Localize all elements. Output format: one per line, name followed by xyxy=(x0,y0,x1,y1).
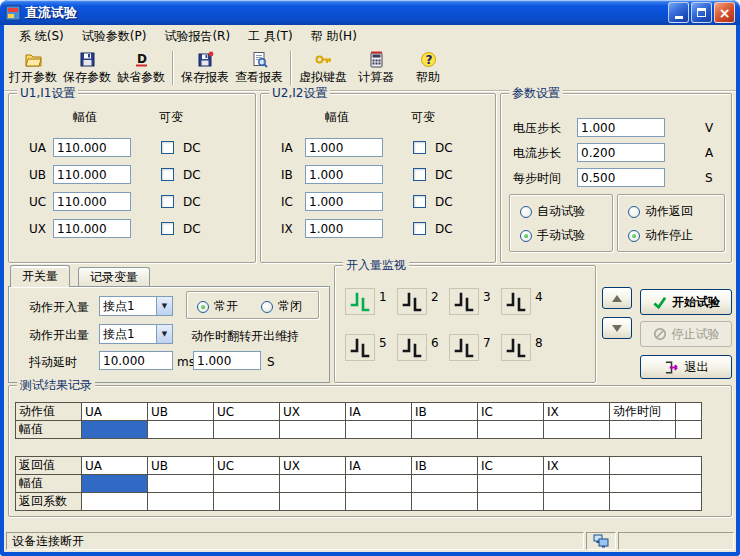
minimize-button[interactable] xyxy=(668,2,689,23)
value-cell[interactable] xyxy=(148,475,214,493)
toolbar-virtual-keyboard[interactable]: 虚拟键盘 xyxy=(296,49,350,87)
radio-auto-test[interactable]: 自动试验 xyxy=(520,203,585,220)
value-cell[interactable] xyxy=(346,493,412,511)
ic-variable-checkbox[interactable] xyxy=(413,195,426,208)
hold-time-input[interactable] xyxy=(193,351,261,370)
menu-test-report[interactable]: 试验报告(R) xyxy=(155,25,239,48)
test-results-group: 测试结果记录 动作值 UA UB UC UX IA IB IC IX 动作时间 xyxy=(8,385,732,517)
col-header: IA xyxy=(346,457,412,475)
value-cell[interactable] xyxy=(280,493,346,511)
menu-tools[interactable]: 工 具(T) xyxy=(239,25,302,48)
stop-icon xyxy=(653,327,667,341)
value-cell[interactable] xyxy=(214,493,280,511)
action-output-label: 动作开出量 xyxy=(29,328,89,342)
value-cell[interactable] xyxy=(148,421,214,439)
uc-amplitude-input[interactable] xyxy=(53,192,131,211)
minimize-icon xyxy=(675,16,683,19)
tab-switch-quantity[interactable]: 开关量 xyxy=(10,265,70,287)
toolbar-calculator[interactable]: 计算器 xyxy=(350,49,402,87)
value-cell[interactable] xyxy=(544,421,610,439)
switch-tab-control: 开关量 记录变量 动作开入量 接点1 ▼ 常开 常闭 xyxy=(8,265,330,383)
group-title: 开入量监视 xyxy=(343,258,409,272)
ux-variable-checkbox[interactable] xyxy=(161,222,174,235)
jitter-delay-input[interactable] xyxy=(99,351,173,370)
chevron-down-icon[interactable]: ▼ xyxy=(156,325,172,343)
col-header: UC xyxy=(214,403,280,421)
ia-amplitude-input[interactable] xyxy=(305,138,383,157)
toolbar-separator xyxy=(172,51,174,85)
value-cell[interactable] xyxy=(346,475,412,493)
value-cell[interactable] xyxy=(346,421,412,439)
action-output-select[interactable]: 接点1 ▼ xyxy=(99,324,173,344)
current-step-label: 电流步长 xyxy=(513,146,561,160)
value-cell[interactable] xyxy=(214,475,280,493)
toolbar-view-report[interactable]: 查看报表 xyxy=(232,49,286,87)
ix-amplitude-input[interactable] xyxy=(305,219,383,238)
toolbar-help[interactable]: ? 帮助 xyxy=(402,49,454,87)
ia-variable-checkbox[interactable] xyxy=(413,141,426,154)
tab-record-variables[interactable]: 记录变量 xyxy=(78,267,150,287)
toolbar-default-params[interactable]: D 缺省参数 xyxy=(114,49,168,87)
value-cell[interactable] xyxy=(478,421,544,439)
radio-normally-open[interactable]: 常开 xyxy=(197,298,238,315)
selected-cell[interactable] xyxy=(82,475,148,493)
maximize-button[interactable] xyxy=(691,2,712,23)
ub-variable-checkbox[interactable] xyxy=(161,168,174,181)
relay-contact-icon xyxy=(506,292,526,312)
scroll-down-button[interactable] xyxy=(602,317,632,339)
radio-manual-test[interactable]: 手动试验 xyxy=(520,227,585,244)
menu-help[interactable]: 帮 助(H) xyxy=(302,25,366,48)
ix-variable-checkbox[interactable] xyxy=(413,222,426,235)
ib-amplitude-input[interactable] xyxy=(305,165,383,184)
radio-action-stop[interactable]: 动作停止 xyxy=(628,227,693,244)
ic-amplitude-input[interactable] xyxy=(305,192,383,211)
radio-action-return[interactable]: 动作返回 xyxy=(628,203,693,220)
value-cell[interactable] xyxy=(280,475,346,493)
step-time-input[interactable] xyxy=(577,168,665,187)
ua-amplitude-input[interactable] xyxy=(53,138,131,157)
exit-button[interactable]: 退出 xyxy=(640,355,732,379)
toolbar-save-report[interactable]: 保存报表 xyxy=(178,49,232,87)
stop-test-button[interactable]: 停止试验 xyxy=(640,321,732,347)
col-header: UA xyxy=(82,457,148,475)
action-input-select[interactable]: 接点1 ▼ xyxy=(99,296,173,316)
current-step-input[interactable] xyxy=(577,143,665,162)
start-test-button[interactable]: 开始试验 xyxy=(640,289,732,315)
col-header: IX xyxy=(544,457,610,475)
menu-test-params[interactable]: 试验参数(P) xyxy=(73,25,156,48)
selected-cell[interactable] xyxy=(82,421,148,439)
value-cell[interactable] xyxy=(214,421,280,439)
value-cell[interactable] xyxy=(82,493,148,511)
toolbar-open-params[interactable]: 打开参数 xyxy=(6,49,60,87)
close-button[interactable]: × xyxy=(714,2,735,23)
contact-indicator-7 xyxy=(449,334,479,361)
status-bar: 设备连接断开 xyxy=(4,530,736,552)
value-cell[interactable] xyxy=(412,421,478,439)
uc-variable-checkbox[interactable] xyxy=(161,195,174,208)
value-cell[interactable] xyxy=(148,493,214,511)
value-cell[interactable] xyxy=(280,421,346,439)
ib-variable-checkbox[interactable] xyxy=(413,168,426,181)
value-cell[interactable] xyxy=(610,421,676,439)
value-cell[interactable] xyxy=(544,493,610,511)
value-cell[interactable] xyxy=(412,493,478,511)
ua-variable-checkbox[interactable] xyxy=(161,141,174,154)
contact-number: 4 xyxy=(535,290,543,304)
value-cell[interactable] xyxy=(412,475,478,493)
relay-contact-icon xyxy=(402,338,422,358)
voltage-step-input[interactable] xyxy=(577,118,665,137)
radio-normally-closed[interactable]: 常闭 xyxy=(261,298,302,315)
menu-system[interactable]: 系 统(S) xyxy=(10,25,73,48)
radio-dot xyxy=(261,301,273,313)
value-cell[interactable] xyxy=(478,475,544,493)
ub-amplitude-input[interactable] xyxy=(53,165,131,184)
value-cell[interactable] xyxy=(544,475,610,493)
ux-amplitude-input[interactable] xyxy=(53,219,131,238)
col-header: IB xyxy=(412,457,478,475)
scroll-up-button[interactable] xyxy=(602,287,632,309)
toolbar-save-params[interactable]: 保存参数 xyxy=(60,49,114,87)
action-mode-box: 动作返回 动作停止 xyxy=(617,194,725,252)
value-cell[interactable] xyxy=(478,493,544,511)
chevron-down-icon[interactable]: ▼ xyxy=(156,297,172,315)
input-monitor-group: 开入量监视 1 2 3 4 5 6 xyxy=(334,265,596,383)
